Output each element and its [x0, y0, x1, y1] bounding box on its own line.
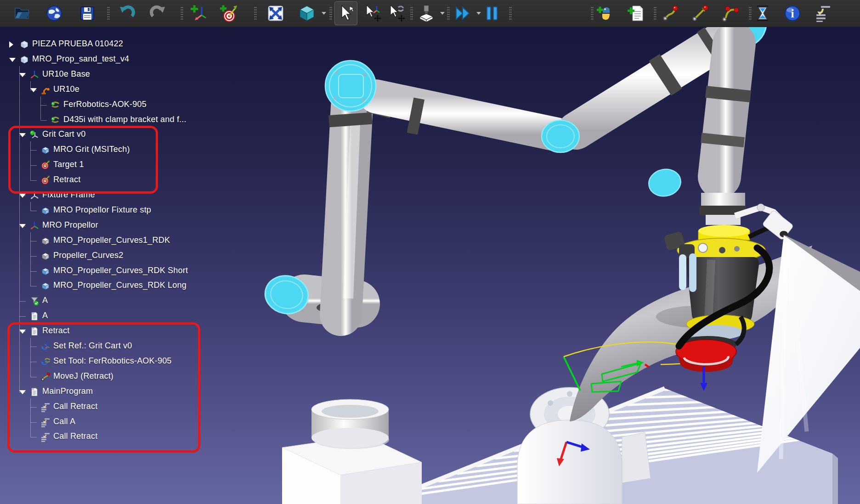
- annotation-highlight-box: [7, 322, 200, 453]
- select-cursor-icon: [337, 4, 355, 22]
- tree-item-label[interactable]: UR10e Base: [42, 69, 90, 79]
- undo-button[interactable]: [116, 1, 139, 25]
- tool-icon: [51, 100, 61, 110]
- select-cursor-button[interactable]: [334, 1, 357, 25]
- move-reference-cursor-icon: [363, 4, 381, 22]
- machining-project-icon: [29, 296, 40, 306]
- move-joint-instruction-button[interactable]: [659, 1, 682, 25]
- pause-simulation-icon: [483, 4, 501, 22]
- collapse-arrow-icon[interactable]: [30, 88, 37, 92]
- web-library-icon: [45, 4, 63, 22]
- expand-arrow-icon[interactable]: [9, 41, 13, 48]
- tree-item-label[interactable]: MRO_Propeller_Curves_RDK Long: [53, 280, 187, 290]
- tree-item-label[interactable]: MRO_Propeller_Curves_RDK Short: [53, 266, 188, 275]
- dropdown-caret-icon[interactable]: [440, 12, 445, 15]
- tree-connector: [30, 211, 37, 211]
- save-station-button[interactable]: [76, 1, 99, 25]
- dropdown-caret-icon[interactable]: [476, 12, 481, 15]
- tool-icon: [51, 115, 61, 125]
- cube-gray-icon: [40, 251, 51, 261]
- fit-view-icon: [266, 4, 285, 22]
- tree-connector: [30, 256, 37, 257]
- move-tool-cursor-button[interactable]: [385, 1, 407, 25]
- move-tool-cursor-icon: [387, 4, 405, 22]
- isometric-view-icon: [298, 4, 316, 22]
- pause-instruction-icon: [753, 4, 772, 22]
- machining-project-icon: [417, 4, 436, 22]
- frame-icon: [29, 221, 40, 231]
- show-message-instruction-icon: i: [783, 4, 802, 22]
- fast-simulation-button[interactable]: [452, 1, 475, 25]
- collapse-arrow-icon[interactable]: [19, 224, 26, 228]
- tree-item-label[interactable]: FerRobotics-AOK-905: [63, 100, 147, 109]
- web-library-button[interactable]: [43, 1, 66, 25]
- frame-icon: [29, 70, 40, 80]
- toolbar-separator: [254, 6, 257, 20]
- toolbar-separator: [107, 6, 110, 20]
- tree-item-label[interactable]: Propeller_Curves2: [53, 251, 123, 260]
- fast-simulation-icon: [454, 4, 472, 22]
- toolbar-separator: [447, 6, 450, 20]
- collapse-arrow-icon[interactable]: [19, 73, 26, 77]
- add-reference-frame-button[interactable]: [187, 1, 210, 25]
- tree-item-label[interactable]: MRO_Prop_sand_test_v4: [32, 54, 129, 64]
- station-icon: [19, 39, 29, 50]
- machining-project-button[interactable]: [415, 1, 438, 25]
- svg-text:i: i: [791, 7, 794, 20]
- tree-connector: [19, 316, 26, 317]
- cube-blue-icon: [40, 281, 51, 291]
- tree-item-label[interactable]: MRO Propellor Fixture stp: [53, 205, 151, 215]
- tree-item-label[interactable]: A: [42, 296, 48, 305]
- tree-item-label[interactable]: PIEZA PRUEBA 010422: [32, 39, 123, 49]
- save-station-icon: [78, 4, 96, 22]
- toolbar-separator: [654, 6, 656, 20]
- toolbar-separator: [181, 6, 183, 20]
- collapse-arrow-icon[interactable]: [9, 58, 16, 62]
- tree-item-label[interactable]: D435i with clamp bracket and f...: [63, 115, 187, 124]
- move-circular-instruction-button[interactable]: [719, 1, 742, 25]
- move-circular-instruction-icon: [721, 4, 740, 22]
- move-linear-instruction-button[interactable]: [689, 1, 712, 25]
- tree-item-label[interactable]: MRO_Propeller_Curves1_RDK: [53, 235, 170, 245]
- add-target-button[interactable]: [217, 1, 240, 25]
- tree-connector: [40, 105, 47, 106]
- tree-connector: [30, 271, 37, 272]
- pause-simulation-button[interactable]: [481, 1, 504, 25]
- toolbar-separator: [410, 6, 413, 20]
- robodk-window: i PIEZA PRUEBA 010422MRO_Prop_sand_test_…: [0, 0, 860, 504]
- toolbar-separator: [329, 6, 332, 20]
- add-program-button[interactable]: [625, 1, 648, 25]
- collapse-arrow-icon[interactable]: [19, 194, 26, 198]
- robot-icon: [40, 85, 51, 95]
- redo-button[interactable]: [146, 1, 169, 25]
- program-icon: [29, 311, 40, 321]
- tree-connector: [30, 241, 37, 241]
- program-call-instruction-icon: [815, 4, 833, 22]
- toolbar-separator: [591, 6, 594, 20]
- add-program-icon: [627, 4, 645, 22]
- tree-item-label[interactable]: UR10e: [53, 84, 79, 94]
- station-icon: [19, 55, 29, 65]
- toolbar-separator: [749, 6, 752, 20]
- undo-icon: [118, 4, 136, 22]
- elbow-joint-cap: [325, 61, 376, 111]
- move-reference-cursor-button[interactable]: [361, 1, 384, 25]
- program-call-instruction-button[interactable]: [812, 1, 835, 25]
- tree-item-label[interactable]: A: [42, 311, 48, 320]
- add-reference-frame-icon: [189, 4, 208, 22]
- open-station-button[interactable]: [11, 1, 34, 25]
- isometric-view-button[interactable]: [295, 1, 318, 25]
- show-message-instruction-button[interactable]: i: [781, 1, 804, 25]
- pause-instruction-button[interactable]: [751, 1, 774, 25]
- toolbar-separator: [509, 6, 512, 20]
- tree-connector: [40, 96, 41, 120]
- dropdown-caret-icon[interactable]: [322, 12, 326, 15]
- annotation-highlight-box: [8, 126, 158, 194]
- redo-icon: [148, 4, 167, 22]
- add-python-program-button[interactable]: [594, 1, 617, 25]
- tree-item-label[interactable]: MRO Propellor: [42, 220, 98, 230]
- cube-blue-icon: [40, 206, 51, 216]
- fit-view-button[interactable]: [264, 1, 287, 25]
- fixture-dome[interactable]: [517, 420, 622, 504]
- cube-blue-icon: [40, 266, 51, 276]
